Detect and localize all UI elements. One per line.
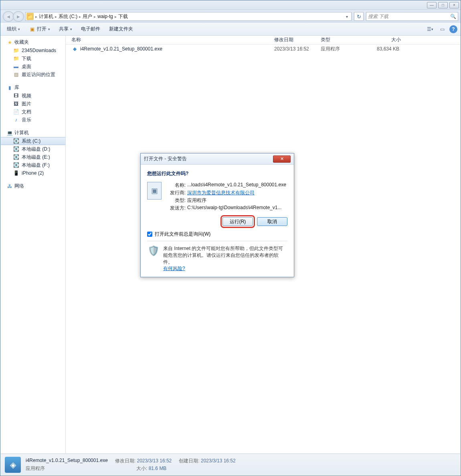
star-icon: ★: [6, 39, 13, 46]
status-filename: i4Remote_v1.0.21_Setup_800001.exe: [26, 458, 108, 464]
dialog-titlebar: 打开文件 - 安全警告 ✕: [141, 153, 294, 165]
computer-icon: 💻: [6, 130, 13, 136]
drive-icon: 💽: [13, 154, 19, 160]
file-name: i4Remote_v1.0.21_Setup_800001.exe: [80, 46, 162, 52]
sidebar-item[interactable]: 🎞视频: [1, 92, 65, 100]
drive-icon: 💽: [13, 146, 19, 152]
shield-icon: 🛡️: [148, 245, 159, 256]
titlebar: — □ ×: [0, 0, 461, 10]
folder-icon: 📁: [13, 47, 19, 54]
sidebar-item[interactable]: ▬桌面: [1, 63, 65, 71]
dialog-question: 您想运行此文件吗?: [147, 170, 287, 177]
always-ask-label: 打开此文件前总是询问(W): [155, 231, 210, 238]
dialog-file-name: ...loads\i4Remote_v1.0.21_Setup_800001.e…: [187, 182, 286, 189]
open-button[interactable]: ▣打开▾: [26, 24, 53, 34]
sidebar-item[interactable]: 💽本地磁盘 (D:): [1, 145, 65, 153]
sidebar-item[interactable]: ♪音乐: [1, 116, 65, 124]
desktop-icon: ▬: [13, 63, 19, 70]
sidebar-libraries[interactable]: ▮库: [1, 83, 65, 92]
column-date[interactable]: 修改日期: [274, 36, 321, 43]
address-bar: ◄ ► 📁 ▸ 计算机 ▸ 系统 (C:) ▸ 用户 ▸ waip-tg ▸ 下…: [0, 10, 461, 23]
sidebar-item[interactable]: 🖼图片: [1, 100, 65, 108]
breadcrumb-seg[interactable]: 用户: [81, 13, 94, 20]
dialog-close-button[interactable]: ✕: [273, 155, 291, 163]
column-headers: 名称 修改日期 类型 大小: [66, 36, 460, 44]
sidebar-favorites[interactable]: ★收藏夹: [1, 38, 65, 46]
sidebar-item[interactable]: ▤最近访问的位置: [1, 71, 65, 79]
sidebar-item[interactable]: 📄文档: [1, 108, 65, 116]
run-button[interactable]: 运行(R): [222, 217, 253, 226]
network-icon: 🖧: [6, 183, 13, 190]
refresh-button[interactable]: ↻: [354, 12, 364, 21]
video-icon: 🎞: [13, 93, 19, 99]
minimize-button[interactable]: —: [427, 2, 437, 8]
sidebar-item-selected[interactable]: 💽系统 (C:): [1, 137, 65, 145]
device-icon: 📱: [13, 170, 19, 176]
sidebar-network[interactable]: 🖧网络: [1, 182, 65, 190]
picture-icon: 🖼: [13, 101, 19, 107]
share-button[interactable]: 共享▾: [56, 24, 75, 34]
file-type: 应用程序: [321, 46, 365, 52]
chevron-down-icon: ▾: [48, 27, 50, 31]
maximize-button[interactable]: □: [438, 2, 448, 8]
file-icon: ▣: [147, 182, 162, 200]
sidebar-item[interactable]: 📁下载: [1, 54, 65, 63]
organize-button[interactable]: 组织▾: [4, 24, 23, 34]
drive-icon: 💽: [13, 162, 19, 168]
cancel-button[interactable]: 取消: [257, 217, 287, 226]
document-icon: 📄: [13, 109, 19, 115]
breadcrumb-seg[interactable]: 下载: [117, 13, 129, 20]
sidebar-computer[interactable]: 💻计算机: [1, 129, 65, 137]
library-icon: ▮: [6, 85, 13, 91]
file-date: 2023/3/13 16:52: [274, 46, 321, 52]
new-folder-button[interactable]: 新建文件夹: [106, 24, 136, 34]
search-input[interactable]: 搜索 下载 🔍: [366, 12, 458, 21]
sidebar: ★收藏夹 📁2345Downloads 📁下载 ▬桌面 ▤最近访问的位置 ▮库 …: [1, 36, 66, 453]
file-size: 83,634 KB: [365, 46, 401, 52]
file-row[interactable]: ◆i4Remote_v1.0.21_Setup_800001.exe 2023/…: [66, 44, 460, 53]
chevron-down-icon: ▾: [70, 27, 72, 31]
breadcrumb[interactable]: 📁 ▸ 计算机 ▸ 系统 (C:) ▸ 用户 ▸ waip-tg ▸ 下载 ▾: [25, 12, 352, 21]
column-type[interactable]: 类型: [321, 36, 365, 43]
help-button[interactable]: ?: [449, 25, 457, 33]
status-file-icon: ◈: [5, 457, 21, 473]
breadcrumb-seg[interactable]: 计算机: [37, 13, 55, 20]
breadcrumb-seg[interactable]: waip-tg: [96, 14, 115, 19]
sidebar-item[interactable]: 💽本地磁盘 (F:): [1, 161, 65, 169]
column-size[interactable]: 大小: [365, 36, 401, 43]
dialog-file-type: 应用程序: [187, 197, 286, 204]
status-bar: ◈ i4Remote_v1.0.21_Setup_800001.exe 修改日期…: [1, 454, 460, 475]
dialog-file-from: C:\Users\waip-tg\Downloads\i4Remote_v1..…: [187, 205, 286, 212]
search-icon: 🔍: [450, 14, 456, 19]
sidebar-item[interactable]: 📱iPhone (2): [1, 169, 65, 177]
forward-button[interactable]: ►: [13, 11, 24, 22]
dialog-title: 打开文件 - 安全警告: [144, 155, 187, 162]
drive-icon: 💽: [13, 138, 19, 144]
warning-text: 来自 Internet 的文件可能对您有所帮助，但此文件类型可能危害您的计算机。…: [163, 246, 283, 265]
breadcrumb-seg[interactable]: 系统 (C:): [57, 13, 79, 20]
column-name[interactable]: 名称: [66, 36, 274, 43]
publisher-link[interactable]: 深圳市为爱普信息技术有限公司: [187, 190, 255, 196]
folder-icon: 📁: [13, 55, 19, 62]
toolbar: 组织▾ ▣打开▾ 共享▾ 电子邮件 新建文件夹 ☰▾ ▭ ?: [0, 23, 461, 36]
recent-icon: ▤: [13, 71, 19, 78]
folder-icon: 📁: [26, 13, 34, 20]
risk-link[interactable]: 有何风险?: [163, 266, 185, 271]
sidebar-item[interactable]: 📁2345Downloads: [1, 46, 65, 54]
status-filetype: 应用程序: [26, 465, 45, 472]
security-warning-dialog: 打开文件 - 安全警告 ✕ 您想运行此文件吗? ▣ 名称: ...loads\i…: [140, 153, 294, 277]
open-icon: ▣: [29, 26, 35, 32]
breadcrumb-dropdown[interactable]: ▾: [343, 14, 350, 19]
music-icon: ♪: [13, 117, 19, 123]
view-button[interactable]: ☰▾: [425, 25, 435, 34]
close-button[interactable]: ×: [449, 2, 459, 8]
email-button[interactable]: 电子邮件: [78, 24, 103, 34]
exe-icon: ◆: [71, 46, 78, 52]
back-button[interactable]: ◄: [3, 11, 14, 22]
sidebar-item[interactable]: 💽本地磁盘 (E:): [1, 153, 65, 161]
always-ask-checkbox[interactable]: [147, 232, 152, 237]
preview-pane-button[interactable]: ▭: [437, 25, 447, 34]
chevron-down-icon: ▾: [18, 27, 20, 31]
search-placeholder: 搜索 下载: [368, 13, 388, 20]
